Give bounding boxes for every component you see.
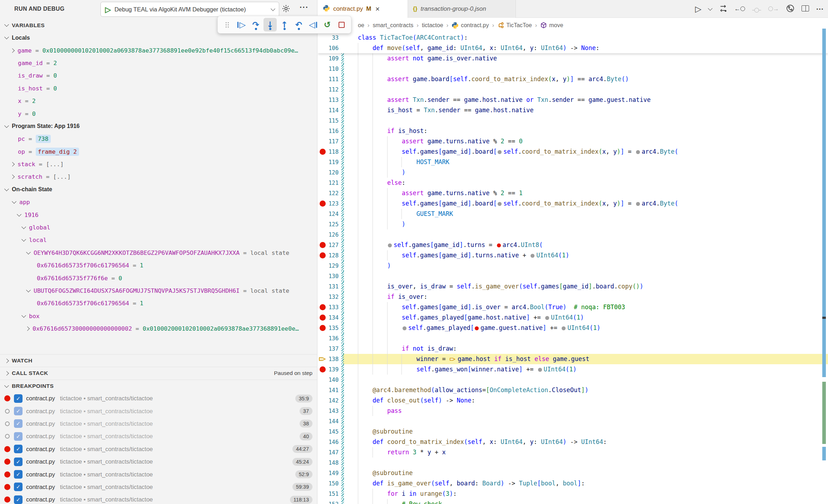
code-line[interactable]: 123 self.games[game_id].board[self.coord…: [318, 198, 828, 209]
breakpoint-checkbox[interactable]: ✓: [14, 394, 23, 403]
breakpoint-row[interactable]: ✓contract.pytictactoe • smart_contracts/…: [0, 392, 317, 405]
code-text[interactable]: ): [358, 219, 405, 229]
breakpoint-gutter[interactable]: [318, 315, 327, 321]
variable-row[interactable]: x = 2: [0, 95, 317, 107]
code-line[interactable]: 117 assert game.turns.native % 2 == 0: [318, 136, 828, 147]
step-into-button[interactable]: ↓: [263, 18, 277, 31]
code-line[interactable]: 122 assert game.turns.native % 2 == 1: [318, 188, 828, 198]
reverse-continue-button[interactable]: ◁: [306, 18, 320, 31]
code-text[interactable]: assert Txn.sender == game.host.native or…: [358, 95, 651, 105]
code-line[interactable]: 139 self.games_won[winner.native] += UIn…: [318, 364, 828, 375]
chevron-down-icon[interactable]: [4, 35, 9, 39]
code-text[interactable]: self.games[game_id].turns.native + UInt6…: [358, 250, 569, 261]
code-line[interactable]: 152 # Row check: [318, 499, 828, 504]
code-text[interactable]: is_host = Txn.sender == game.host.native: [358, 105, 533, 115]
drag-handle-button[interactable]: [221, 18, 234, 31]
code-text[interactable]: for i in urange(3):: [358, 489, 457, 499]
breakpoint-unverified-icon[interactable]: [5, 409, 10, 414]
code-line[interactable]: 146 def coord_to_matrix_index(self, x: U…: [318, 437, 828, 447]
line-number[interactable]: 121: [327, 180, 339, 186]
breakpoint-icon[interactable]: [320, 366, 326, 372]
breakpoint-icon[interactable]: [4, 395, 10, 401]
line-number[interactable]: 150: [327, 480, 339, 487]
line-number[interactable]: 147: [327, 449, 339, 456]
code-line[interactable]: 130: [318, 271, 828, 281]
line-number[interactable]: 33: [327, 35, 339, 41]
code-line[interactable]: 150 def is_game_over(self, board: Board)…: [318, 478, 828, 489]
line-number[interactable]: 113: [327, 97, 339, 103]
more-actions-icon[interactable]: ···: [816, 5, 824, 13]
code-line[interactable]: 142 def close_out(self) -> None:: [318, 395, 828, 406]
breakpoint-checkbox[interactable]: ✓: [14, 483, 23, 491]
code-line[interactable]: 106 def move(self, game_id: UInt64, x: U…: [318, 43, 828, 53]
tab-transaction-group-json[interactable]: {} transaction-group-0.json: [408, 0, 516, 18]
code-text[interactable]: assert not game.is_over.native: [358, 53, 497, 64]
line-number[interactable]: 117: [327, 138, 339, 145]
breadcrumb-item-tictactoe[interactable]: TicTacToe: [497, 22, 532, 29]
line-number[interactable]: 132: [327, 294, 339, 300]
line-number[interactable]: 122: [327, 190, 339, 197]
tab-contract-py[interactable]: contract.py M ✕: [318, 0, 408, 18]
code-line[interactable]: 140: [318, 375, 828, 385]
code-text[interactable]: if is_over:: [358, 292, 428, 302]
code-line[interactable]: 118 self.games[game_id].board[self.coord…: [318, 147, 828, 157]
line-number[interactable]: 141: [327, 387, 339, 394]
inline-step-target-icon[interactable]: [498, 202, 502, 206]
code-line[interactable]: 143 pass: [318, 406, 828, 416]
breakpoint-row[interactable]: ✓contract.pytictactoe • smart_contracts/…: [0, 405, 317, 417]
line-number[interactable]: 140: [327, 377, 339, 383]
breakpoint-checkbox[interactable]: ✓: [14, 495, 23, 504]
code-editor[interactable]: 33class TicTacToe(ARC4Contract):106 def …: [318, 33, 828, 504]
breakpoint-gutter[interactable]: [318, 149, 327, 155]
variable-row[interactable]: box: [0, 310, 317, 322]
code-text[interactable]: else:: [358, 178, 405, 188]
code-text[interactable]: self.games_won[winner.native] += UInt64(…: [358, 364, 577, 375]
source-control-graph-icon[interactable]: [786, 4, 794, 14]
line-number[interactable]: 125: [327, 221, 339, 228]
line-number[interactable]: 151: [327, 491, 339, 497]
line-number[interactable]: 116: [327, 128, 339, 134]
debug-config-dropdown[interactable]: ▷ Debug TEAL via AlgoKit AVM Debugger (t…: [100, 2, 279, 17]
variable-row[interactable]: 0x67616d65735f706c61796564 = 1: [0, 297, 317, 310]
previous-change-icon[interactable]: ←: [734, 6, 745, 12]
variable-row[interactable]: stack = [...]: [0, 158, 317, 171]
code-line[interactable]: 33class TicTacToe(ARC4Contract):: [318, 33, 828, 43]
breakpoint-row[interactable]: ✓contract.pytictactoe • smart_contracts/…: [0, 443, 317, 455]
code-line[interactable]: 132 if is_over:: [318, 292, 828, 302]
watch-section-header[interactable]: WATCH: [0, 354, 317, 367]
code-text[interactable]: winner = game.host if is_host else game.…: [358, 354, 589, 364]
chevron-right-icon[interactable]: [10, 48, 15, 53]
line-number[interactable]: 136: [327, 335, 339, 342]
more-actions-icon[interactable]: ···: [300, 3, 309, 12]
variable-row[interactable]: local: [0, 234, 317, 246]
line-number[interactable]: 143: [327, 408, 339, 414]
continue-button[interactable]: ▷: [235, 18, 248, 31]
breakpoint-row[interactable]: ✓contract.pytictactoe • smart_contracts/…: [0, 481, 317, 493]
line-number[interactable]: 148: [327, 460, 339, 466]
stop-button[interactable]: [335, 18, 348, 31]
code-line[interactable]: 109 assert not game.is_over.native: [318, 53, 828, 64]
breakpoint-row[interactable]: ✓contract.pytictactoe • smart_contracts/…: [0, 468, 317, 480]
variable-row[interactable]: y = 0: [0, 107, 317, 120]
run-icon[interactable]: ▷: [695, 5, 701, 13]
line-number[interactable]: 144: [327, 418, 339, 425]
code-line[interactable]: 136: [318, 333, 828, 344]
line-number[interactable]: 139: [327, 366, 339, 373]
code-text[interactable]: class TicTacToe(ARC4Contract):: [358, 33, 468, 43]
code-line[interactable]: 144: [318, 416, 828, 426]
line-number[interactable]: 106: [327, 45, 339, 51]
breakpoint-icon[interactable]: [4, 459, 10, 465]
line-number[interactable]: 134: [327, 315, 339, 321]
breakpoint-gutter[interactable]: [318, 304, 327, 310]
variable-row[interactable]: is_draw = 0: [0, 69, 317, 82]
chevron-down-icon[interactable]: [4, 123, 9, 128]
breakpoint-icon[interactable]: [4, 484, 10, 490]
breakpoint-unverified-icon[interactable]: [5, 434, 10, 439]
breakpoint-icon[interactable]: [320, 201, 326, 207]
inline-step-target-icon[interactable]: [545, 316, 549, 320]
line-number[interactable]: 133: [327, 304, 339, 311]
variable-row[interactable]: OEYWY64H3D7QK6KCGG6NM2XKKOTZB6BEGZ2P6VAW…: [0, 247, 317, 259]
variable-row[interactable]: 0x67616d65730000000000000002 = 0x0100020…: [0, 322, 317, 335]
chevron-right-icon[interactable]: [10, 162, 15, 167]
breakpoint-icon[interactable]: [4, 471, 10, 478]
